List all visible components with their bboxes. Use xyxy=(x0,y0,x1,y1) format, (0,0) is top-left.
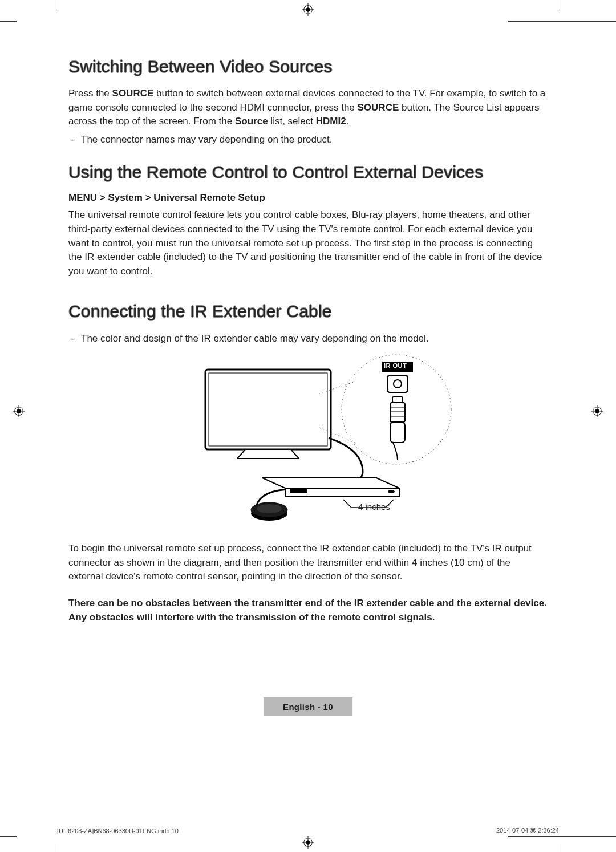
svg-point-23 xyxy=(407,391,408,392)
note-connector-names: The connector names may vary depending o… xyxy=(81,132,548,147)
svg-point-36 xyxy=(388,490,395,493)
text: . xyxy=(346,116,349,127)
imprint-filename: [UH6203-ZA]BN68-06330D-01ENG.indb 10 xyxy=(57,827,179,834)
heading-ir-extender: Connecting the IR Extender Cable xyxy=(68,302,548,321)
svg-point-39 xyxy=(257,504,282,513)
imprint-timestamp: 2014-07-04 ⌘ 2:36:24 xyxy=(496,827,559,834)
registration-mark-icon xyxy=(591,405,603,417)
svg-rect-18 xyxy=(388,375,407,392)
registration-mark-icon xyxy=(302,3,314,16)
page-content: Switching Between Video Sources Press th… xyxy=(68,57,548,628)
source-button-label: SOURCE xyxy=(358,102,399,113)
crop-mark xyxy=(560,0,560,10)
crop-mark xyxy=(56,0,56,10)
heading-switching-sources: Switching Between Video Sources xyxy=(68,57,548,76)
svg-point-21 xyxy=(407,376,408,378)
source-list-label: Source xyxy=(235,116,268,127)
svg-point-22 xyxy=(387,391,389,392)
svg-rect-26 xyxy=(390,422,405,443)
page-footer-badge: English - 10 xyxy=(264,697,352,716)
para-universal-remote: The universal remote control feature let… xyxy=(68,208,548,278)
svg-rect-31 xyxy=(209,373,327,446)
crop-mark xyxy=(508,21,616,22)
crop-mark xyxy=(56,844,56,852)
svg-point-20 xyxy=(387,376,389,378)
para-ir-begin: To begin the universal remote set up pro… xyxy=(68,542,548,584)
crop-mark xyxy=(0,836,17,837)
para-ir-warning: There can be no obstacles between the tr… xyxy=(68,597,548,624)
registration-mark-icon xyxy=(302,836,314,849)
crop-mark xyxy=(560,844,560,852)
ir-out-port-label: IR OUT xyxy=(384,362,407,369)
svg-rect-35 xyxy=(290,489,307,493)
ir-extender-diagram: IR OUT 4 inches xyxy=(68,352,548,529)
crop-mark xyxy=(508,836,616,837)
hdmi2-label: HDMI2 xyxy=(316,116,346,127)
svg-rect-24 xyxy=(392,397,403,403)
note-ir-cable-color: The color and design of the IR extender … xyxy=(81,331,548,346)
menu-path: MENU > System > Universal Remote Setup xyxy=(68,192,548,204)
text: list, select xyxy=(268,116,316,127)
registration-mark-icon xyxy=(13,405,25,417)
text: Press the xyxy=(68,88,112,99)
svg-point-19 xyxy=(394,380,402,388)
svg-rect-25 xyxy=(390,403,405,422)
heading-remote-external: Using the Remote Control to Control Exte… xyxy=(68,163,548,182)
crop-mark xyxy=(0,21,17,22)
distance-label: 4 inches xyxy=(358,502,390,512)
para-switching-body: Press the SOURCE button to switch betwee… xyxy=(68,87,548,129)
source-button-label: SOURCE xyxy=(112,88,154,99)
